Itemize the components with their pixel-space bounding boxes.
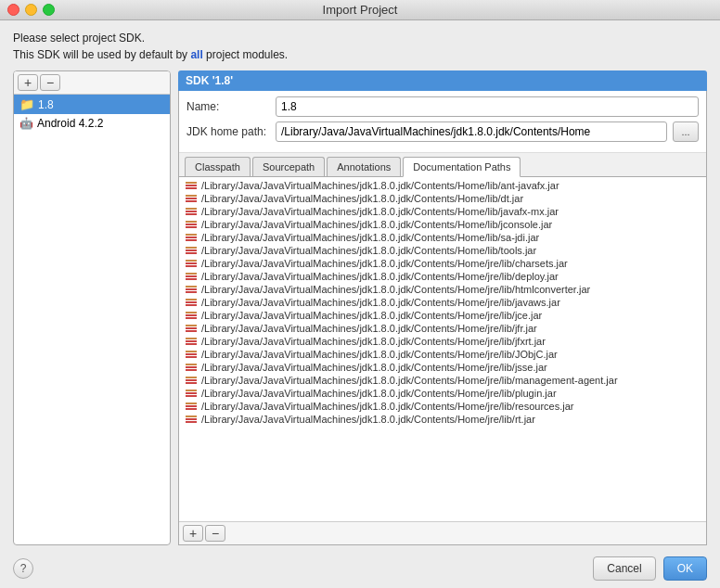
bottom-left: ? — [13, 558, 33, 579]
window-title: Import Project — [323, 3, 398, 17]
file-icon — [185, 195, 198, 202]
file-icon — [185, 234, 198, 241]
window-controls[interactable] — [7, 4, 55, 16]
file-remove-button[interactable]: − — [205, 525, 225, 542]
file-icon — [185, 364, 198, 371]
sidebar-remove-button[interactable]: − — [40, 74, 60, 91]
file-icon — [185, 286, 198, 293]
file-icon — [185, 325, 198, 332]
file-path: /Library/Java/JavaVirtualMachines/jdk1.8… — [201, 336, 546, 347]
name-label: Name: — [186, 100, 270, 113]
tab-docpaths[interactable]: Documentation Paths — [403, 157, 521, 177]
file-item[interactable]: /Library/Java/JavaVirtualMachines/jdk1.8… — [179, 348, 706, 361]
file-icon — [185, 312, 198, 319]
sidebar-item-android[interactable]: 🤖 Android 4.2.2 — [14, 114, 170, 133]
sdk-fields: Name: JDK home path: ... — [179, 91, 706, 153]
file-path: /Library/Java/JavaVirtualMachines/jdk1.8… — [201, 401, 573, 412]
file-item[interactable]: /Library/Java/JavaVirtualMachines/jdk1.8… — [179, 309, 706, 322]
bottom-bar: ? Cancel OK — [13, 549, 707, 581]
file-icon — [185, 351, 198, 358]
sidebar-item-android-label: Android 4.2.2 — [37, 117, 103, 130]
file-item[interactable]: /Library/Java/JavaVirtualMachines/jdk1.8… — [179, 413, 706, 426]
file-path: /Library/Java/JavaVirtualMachines/jdk1.8… — [201, 193, 523, 204]
file-path: /Library/Java/JavaVirtualMachines/jdk1.8… — [201, 388, 557, 399]
file-icon — [185, 273, 198, 280]
file-icon — [185, 260, 198, 267]
file-item[interactable]: /Library/Java/JavaVirtualMachines/jdk1.8… — [179, 283, 706, 296]
file-icon — [185, 338, 198, 345]
file-icon — [185, 221, 198, 228]
folder-icon: 📁 — [19, 97, 34, 111]
jdk-path-label: JDK home path: — [186, 125, 270, 138]
close-button[interactable] — [7, 4, 19, 16]
file-item[interactable]: /Library/Java/JavaVirtualMachines/jdk1.8… — [179, 218, 706, 231]
file-icon — [185, 247, 198, 254]
jdk-path-input[interactable] — [276, 121, 667, 142]
name-field-row: Name: — [186, 96, 699, 117]
file-item[interactable]: /Library/Java/JavaVirtualMachines/jdk1.8… — [179, 322, 706, 335]
file-add-button[interactable]: + — [183, 525, 203, 542]
file-path: /Library/Java/JavaVirtualMachines/jdk1.8… — [201, 349, 558, 360]
sdk-body: Name: JDK home path: ... Classpath — [178, 91, 707, 545]
jdk-path-row: JDK home path: ... — [186, 121, 699, 142]
file-icon — [185, 182, 198, 189]
sidebar-item-jdk18[interactable]: 📁 1.8 — [14, 95, 170, 114]
file-path: /Library/Java/JavaVirtualMachines/jdk1.8… — [201, 375, 618, 386]
file-item[interactable]: /Library/Java/JavaVirtualMachines/jdk1.8… — [179, 192, 706, 205]
file-path: /Library/Java/JavaVirtualMachines/jdk1.8… — [201, 310, 542, 321]
name-input[interactable] — [276, 96, 699, 117]
file-path: /Library/Java/JavaVirtualMachines/jdk1.8… — [201, 284, 590, 295]
file-item[interactable]: /Library/Java/JavaVirtualMachines/jdk1.8… — [179, 296, 706, 309]
file-path: /Library/Java/JavaVirtualMachines/jdk1.8… — [201, 232, 539, 243]
maximize-button[interactable] — [43, 4, 55, 16]
file-path: /Library/Java/JavaVirtualMachines/jdk1.8… — [201, 362, 547, 373]
file-list-container[interactable]: /Library/Java/JavaVirtualMachines/jdk1.8… — [179, 177, 706, 521]
minimize-button[interactable] — [25, 4, 37, 16]
file-item[interactable]: /Library/Java/JavaVirtualMachines/jdk1.8… — [179, 374, 706, 387]
file-path: /Library/Java/JavaVirtualMachines/jdk1.8… — [201, 297, 560, 308]
android-icon: 🤖 — [19, 117, 33, 130]
file-icon — [185, 208, 198, 215]
file-item[interactable]: /Library/Java/JavaVirtualMachines/jdk1.8… — [179, 179, 706, 192]
file-item[interactable]: /Library/Java/JavaVirtualMachines/jdk1.8… — [179, 231, 706, 244]
file-item[interactable]: /Library/Java/JavaVirtualMachines/jdk1.8… — [179, 205, 706, 218]
file-item[interactable]: /Library/Java/JavaVirtualMachines/jdk1.8… — [179, 270, 706, 283]
file-item[interactable]: /Library/Java/JavaVirtualMachines/jdk1.8… — [179, 257, 706, 270]
file-icon — [185, 299, 198, 306]
tab-annotations[interactable]: Annotations — [327, 157, 401, 176]
file-item[interactable]: /Library/Java/JavaVirtualMachines/jdk1.8… — [179, 361, 706, 374]
description: Please select project SDK. This SDK will… — [13, 30, 707, 63]
tabs-bar: Classpath Sourcepath Annotations Documen… — [179, 153, 706, 177]
main-content: Please select project SDK. This SDK will… — [0, 20, 720, 588]
browse-button[interactable]: ... — [673, 121, 699, 142]
tab-sourcepath[interactable]: Sourcepath — [252, 157, 325, 176]
file-icon — [185, 415, 198, 423]
file-path: /Library/Java/JavaVirtualMachines/jdk1.8… — [201, 414, 535, 425]
file-path: /Library/Java/JavaVirtualMachines/jdk1.8… — [201, 323, 537, 334]
file-path: /Library/Java/JavaVirtualMachines/jdk1.8… — [201, 258, 568, 269]
file-icon — [185, 403, 198, 410]
file-path: /Library/Java/JavaVirtualMachines/jdk1.8… — [201, 271, 559, 282]
sdk-sidebar: + − 📁 1.8 🤖 Android 4.2.2 — [13, 70, 171, 545]
description-bold: all — [190, 48, 202, 61]
sidebar-add-button[interactable]: + — [18, 74, 38, 91]
file-list-toolbar: + − — [179, 521, 706, 544]
file-item[interactable]: /Library/Java/JavaVirtualMachines/jdk1.8… — [179, 387, 706, 400]
sidebar-items-list: 📁 1.8 🤖 Android 4.2.2 — [14, 95, 170, 544]
tab-classpath[interactable]: Classpath — [185, 157, 251, 176]
description-prefix: This SDK will be used by default by — [13, 48, 190, 61]
file-item[interactable]: /Library/Java/JavaVirtualMachines/jdk1.8… — [179, 244, 706, 257]
file-path: /Library/Java/JavaVirtualMachines/jdk1.8… — [201, 180, 559, 191]
title-bar: Import Project — [0, 0, 720, 20]
file-icon — [185, 377, 198, 384]
bottom-right: Cancel OK — [593, 556, 707, 581]
ok-button[interactable]: OK — [663, 556, 707, 581]
file-item[interactable]: /Library/Java/JavaVirtualMachines/jdk1.8… — [179, 335, 706, 348]
sidebar-toolbar: + − — [14, 71, 170, 95]
cancel-button[interactable]: Cancel — [593, 556, 655, 581]
sdk-header: SDK '1.8' — [178, 70, 707, 91]
help-button[interactable]: ? — [13, 558, 33, 579]
file-item[interactable]: /Library/Java/JavaVirtualMachines/jdk1.8… — [179, 400, 706, 413]
description-suffix: project modules. — [203, 48, 288, 61]
file-path: /Library/Java/JavaVirtualMachines/jdk1.8… — [201, 219, 552, 230]
